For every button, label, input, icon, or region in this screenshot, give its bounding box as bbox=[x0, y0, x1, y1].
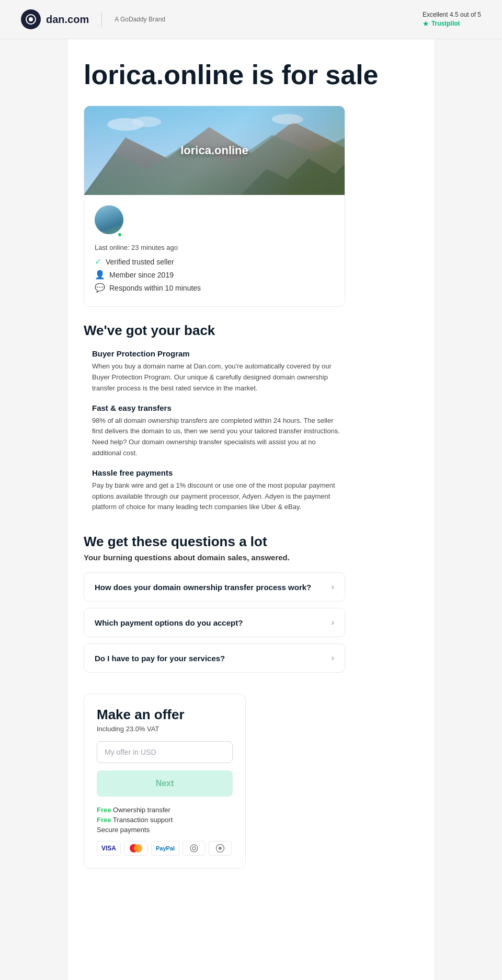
seller-info: Last online: 23 minutes ago ✓ Verified t… bbox=[84, 195, 345, 306]
svg-point-14 bbox=[219, 847, 222, 850]
faq-section: We get these questions a lot Your burnin… bbox=[84, 534, 345, 673]
last-online-text: Last online: 23 minutes ago bbox=[95, 244, 334, 251]
offer-section: Make an offer Including 23.0% VAT Next F… bbox=[84, 694, 246, 869]
faq-item-1[interactable]: How does your domain ownership transfer … bbox=[84, 572, 345, 602]
offer-title: Make an offer bbox=[97, 707, 233, 723]
free-item-2: Free Transaction support bbox=[97, 816, 233, 824]
offer-input[interactable] bbox=[97, 741, 233, 763]
faq-question-2: Which payment options do you accept? bbox=[95, 618, 243, 627]
trustpilot-logo: ★ Trustpilot bbox=[423, 19, 481, 28]
logo-area: dan.com A GoDaddy Brand bbox=[21, 9, 165, 29]
faq-item-2[interactable]: Which payment options do you accept? › bbox=[84, 608, 345, 637]
free-badge-2: Free bbox=[97, 816, 111, 824]
feature-title-1: Buyer Protection Program bbox=[92, 349, 345, 358]
faq-question-3: Do I have to pay for your services? bbox=[95, 654, 225, 663]
secure-label: Secure payments bbox=[97, 826, 150, 834]
feature-hassle-free: Hassle free payments Pay by bank wire an… bbox=[84, 468, 345, 513]
svg-point-8 bbox=[272, 114, 303, 124]
rating-text: Excellent 4.5 out of 5 bbox=[423, 11, 481, 18]
free-item-label-2: Transaction support bbox=[113, 816, 173, 824]
verified-icon: ✓ bbox=[95, 257, 101, 267]
responds-text: Responds within 10 minutes bbox=[109, 284, 201, 292]
faq-title: We get these questions a lot bbox=[84, 534, 345, 550]
svg-point-1 bbox=[29, 17, 33, 21]
mastercard-icon bbox=[124, 841, 148, 856]
protection-title: We've got your back bbox=[84, 322, 345, 339]
divider bbox=[101, 11, 102, 27]
faq-question-1: How does your domain ownership transfer … bbox=[95, 583, 311, 592]
godaddy-label: A GoDaddy Brand bbox=[115, 16, 165, 23]
feature-text-2: 98% of all domain ownership transfers ar… bbox=[92, 416, 345, 459]
free-item-label-1: Ownership transfer bbox=[113, 806, 170, 814]
domain-image: lorica.online bbox=[84, 106, 345, 195]
online-indicator bbox=[117, 232, 122, 237]
visa-icon: VISA bbox=[97, 841, 121, 856]
svg-point-11 bbox=[190, 845, 198, 852]
trustpilot-area: Excellent 4.5 out of 5 ★ Trustpilot bbox=[423, 11, 481, 28]
feature-text-3: Pay by bank wire and get a 1% discount o… bbox=[92, 480, 345, 513]
faq-subtitle: Your burning questions about domain sale… bbox=[84, 553, 345, 562]
free-items: Free Ownership transfer Free Transaction… bbox=[97, 806, 233, 834]
page-title: lorica.online is for sale bbox=[84, 60, 418, 90]
bank-transfer-icon bbox=[182, 841, 206, 856]
feature-fast-transfers: Fast & easy transfers 98% of all domain … bbox=[84, 403, 345, 459]
feature-title-3: Hassle free payments bbox=[92, 468, 345, 477]
domain-card: lorica.online Last online: 23 minutes ag… bbox=[84, 106, 345, 307]
trustpilot-name: Trustpilot bbox=[431, 20, 460, 27]
faq-item-3[interactable]: Do I have to pay for your services? › bbox=[84, 643, 345, 673]
main-content: lorica.online is for sale bbox=[68, 39, 434, 980]
feature-buyer-protection: Buyer Protection Program When you buy a … bbox=[84, 349, 345, 394]
weve-got-your-back-section: We've got your back Buyer Protection Pro… bbox=[84, 322, 345, 513]
svg-point-7 bbox=[132, 117, 161, 127]
payment-icons: VISA PayPal bbox=[97, 841, 233, 856]
svg-point-10 bbox=[134, 844, 142, 852]
verified-detail: ✓ Verified trusted seller bbox=[95, 257, 334, 267]
free-item-1: Free Ownership transfer bbox=[97, 806, 233, 814]
chevron-down-icon-3: › bbox=[332, 653, 334, 663]
domain-image-text: lorica.online bbox=[180, 144, 248, 157]
responds-detail: 💬 Responds within 10 minutes bbox=[95, 283, 334, 293]
member-detail: 👤 Member since 2019 bbox=[95, 270, 334, 280]
trustpilot-star-icon: ★ bbox=[423, 19, 429, 28]
header: dan.com A GoDaddy Brand Excellent 4.5 ou… bbox=[0, 0, 502, 39]
chevron-down-icon-2: › bbox=[332, 618, 334, 627]
secure-payments-text: Secure payments bbox=[97, 826, 233, 834]
offer-vat: Including 23.0% VAT bbox=[97, 725, 233, 733]
member-icon: 👤 bbox=[95, 270, 105, 280]
crypto-icon bbox=[209, 841, 232, 856]
responds-icon: 💬 bbox=[95, 283, 105, 293]
seller-avatar bbox=[95, 205, 123, 234]
feature-title-2: Fast & easy transfers bbox=[92, 403, 345, 412]
next-button[interactable]: Next bbox=[97, 770, 233, 797]
verified-text: Verified trusted seller bbox=[106, 258, 174, 266]
trustpilot: Excellent 4.5 out of 5 ★ Trustpilot bbox=[423, 11, 481, 28]
feature-text-1: When you buy a domain name at Dan.com, y… bbox=[92, 361, 345, 394]
paypal-icon: PayPal bbox=[151, 841, 179, 856]
member-text: Member since 2019 bbox=[109, 271, 174, 279]
chevron-down-icon-1: › bbox=[332, 582, 334, 592]
dan-logo-icon bbox=[21, 9, 41, 29]
svg-point-12 bbox=[192, 847, 196, 850]
free-badge-1: Free bbox=[97, 806, 111, 814]
logo-text: dan.com bbox=[46, 14, 89, 26]
